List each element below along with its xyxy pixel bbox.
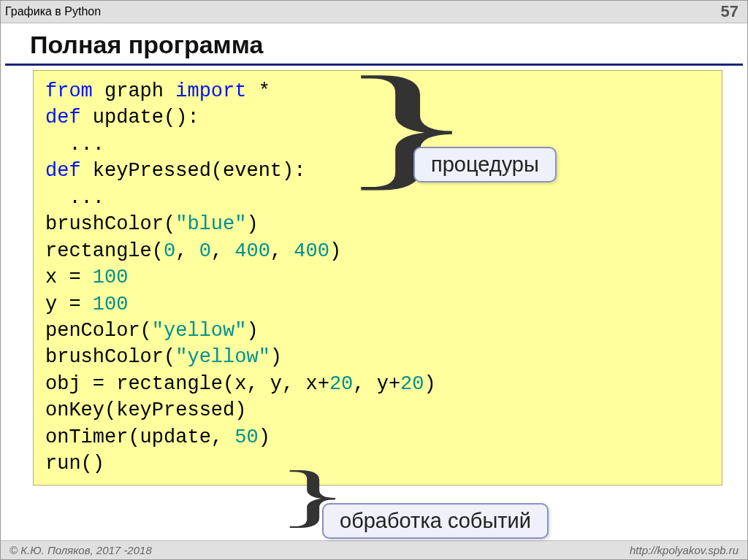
call-pencolor-a: penColor(: [45, 320, 152, 342]
n20b: 20: [400, 373, 424, 395]
footer-url: http://kpolyakov.spb.ru: [630, 544, 739, 556]
kw-def2: def: [45, 160, 81, 182]
kw-def1: def: [45, 107, 81, 129]
ellipsis1: ...: [45, 134, 104, 156]
n100x: 100: [93, 266, 129, 288]
assign-x: x =: [45, 266, 93, 288]
kw-from: from: [45, 80, 93, 102]
n400b: 400: [294, 240, 329, 262]
star: *: [259, 80, 270, 102]
n100y: 100: [93, 294, 129, 315]
str-yellow2: "yellow": [175, 346, 270, 368]
section-title: Полная программа: [5, 23, 743, 66]
footer-copyright: © К.Ю. Поляков, 2017 -2018: [9, 544, 152, 556]
header-title: Графика в Python: [5, 5, 101, 18]
n50: 50: [234, 426, 258, 448]
ellipsis2: ...: [45, 187, 104, 209]
obj-rect-a: obj = rectangle(x, y, x+: [45, 373, 329, 395]
assign-y: y =: [45, 294, 93, 315]
fn-keypressed: keyPressed(event):: [93, 160, 306, 182]
code-block: from graph import * def update(): ... de…: [33, 70, 722, 486]
call-rect-a: rectangle(: [45, 240, 164, 262]
n400a: 400: [234, 240, 270, 262]
call-ontimer-a: onTimer(update,: [45, 426, 234, 448]
content-area: from graph import * def update(): ... de…: [1, 70, 747, 540]
call-run: run(): [45, 453, 104, 475]
n0a: 0: [164, 240, 175, 262]
n20a: 20: [329, 373, 353, 395]
call-brushcolor1b: ): [246, 213, 258, 235]
call-brushcolor2a: brushColor(: [45, 346, 175, 368]
page-number: 57: [721, 2, 739, 21]
call-onkey: onKey(keyPressed): [45, 399, 246, 421]
callout-procedures: процедуры: [413, 147, 557, 183]
n0b: 0: [199, 240, 211, 262]
mod-graph: graph: [104, 80, 164, 102]
call-brushcolor1a: brushColor(: [45, 213, 175, 235]
str-yellow1: "yellow": [152, 320, 247, 342]
slide-footer: © К.Ю. Поляков, 2017 -2018 http://kpolya…: [1, 540, 747, 559]
callout-events: обработка событий: [322, 503, 549, 539]
kw-import: import: [175, 80, 246, 102]
str-blue: "blue": [175, 213, 246, 235]
slide: Графика в Python 57 Полная программа fro…: [0, 0, 748, 560]
fn-update: update():: [93, 107, 199, 129]
slide-header: Графика в Python 57: [1, 1, 747, 23]
